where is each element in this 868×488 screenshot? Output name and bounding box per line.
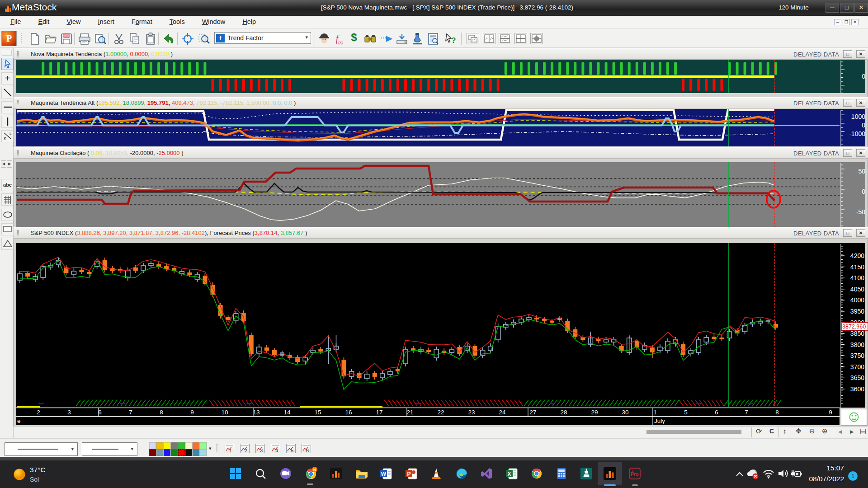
svg-text:3850: 3850 xyxy=(850,330,864,337)
svg-text:3: 3 xyxy=(260,448,263,453)
svg-text:29: 29 xyxy=(591,409,598,416)
svg-text:6: 6 xyxy=(715,409,718,416)
svg-text:3650: 3650 xyxy=(850,374,864,381)
svg-text:4200: 4200 xyxy=(850,252,864,259)
svg-text:1: 1 xyxy=(229,448,232,453)
svg-text:9: 9 xyxy=(190,409,194,416)
svg-text:14: 14 xyxy=(283,409,291,416)
svg-text:5: 5 xyxy=(684,409,688,416)
svg-text:0: 0 xyxy=(862,122,865,129)
svg-text:4100: 4100 xyxy=(850,274,864,282)
svg-text:4: 4 xyxy=(275,448,278,453)
svg-text:9: 9 xyxy=(829,409,832,416)
svg-text:0: 0 xyxy=(862,188,865,195)
svg-text:6: 6 xyxy=(306,448,309,453)
svg-text:13: 13 xyxy=(253,409,259,416)
svg-text:15: 15 xyxy=(314,409,321,416)
svg-text:17: 17 xyxy=(376,409,382,416)
svg-text:3872.960: 3872.960 xyxy=(842,324,866,330)
svg-text:0: 0 xyxy=(862,73,865,80)
svg-text:5: 5 xyxy=(291,448,293,453)
svg-text:4000: 4000 xyxy=(850,296,864,304)
svg-text:1: 1 xyxy=(653,409,657,416)
svg-text:July: July xyxy=(654,418,665,424)
svg-text:3950: 3950 xyxy=(850,308,864,315)
svg-text:2: 2 xyxy=(245,448,247,453)
svg-text:3800: 3800 xyxy=(850,341,864,348)
svg-text:P: P xyxy=(407,471,410,477)
svg-text:23: 23 xyxy=(468,409,475,416)
svg-text:3600: 3600 xyxy=(850,385,864,393)
svg-text:1000: 1000 xyxy=(851,113,865,120)
svg-text:N: N xyxy=(313,468,316,472)
svg-text:2: 2 xyxy=(37,409,40,416)
svg-text:-1000: -1000 xyxy=(849,130,865,137)
svg-text:W: W xyxy=(381,471,387,477)
svg-text:3700: 3700 xyxy=(850,363,864,371)
svg-text:8: 8 xyxy=(775,409,779,416)
svg-text:Pro: Pro xyxy=(631,471,639,477)
svg-text:8: 8 xyxy=(160,409,163,416)
svg-text:3: 3 xyxy=(67,409,71,416)
svg-text:7: 7 xyxy=(745,409,748,416)
svg-text:-50: -50 xyxy=(856,208,865,216)
svg-text:10: 10 xyxy=(221,409,228,416)
svg-text:16: 16 xyxy=(345,409,352,416)
svg-text:27: 27 xyxy=(529,409,536,416)
svg-text:21: 21 xyxy=(406,409,413,416)
svg-text:22: 22 xyxy=(437,409,444,416)
svg-text:30: 30 xyxy=(622,409,628,416)
svg-text:e: e xyxy=(17,418,21,424)
svg-text:4050: 4050 xyxy=(850,286,864,293)
svg-text:7: 7 xyxy=(129,409,132,416)
svg-text:3750: 3750 xyxy=(850,352,864,359)
svg-text:4150: 4150 xyxy=(850,263,864,271)
svg-text:50: 50 xyxy=(858,168,865,175)
svg-text:28: 28 xyxy=(560,409,567,416)
svg-text:24: 24 xyxy=(499,409,506,416)
svg-text:X: X xyxy=(507,471,511,477)
